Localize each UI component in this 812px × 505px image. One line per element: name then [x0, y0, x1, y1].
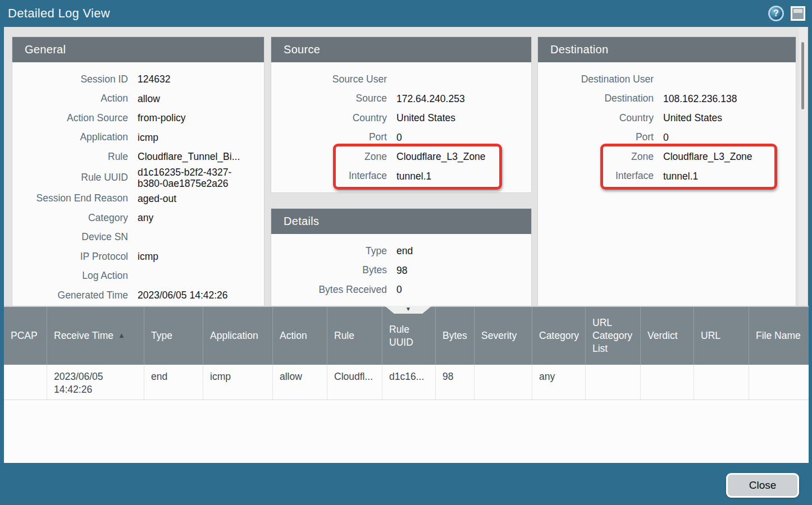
column-header-label: Type: [151, 329, 172, 342]
column-header-label: Receive Time: [54, 329, 113, 342]
field-label: Source: [271, 93, 387, 104]
cell: icmp: [203, 365, 273, 400]
field-label: Bytes Received: [271, 284, 387, 295]
field-value: any: [138, 212, 253, 223]
field-label: Zone: [538, 152, 654, 162]
field-label: Session End Reason: [12, 193, 128, 204]
cell: d1c16...: [382, 365, 436, 400]
vertical-scrollbar-thumb[interactable]: [801, 42, 804, 109]
field-value: tunnel.1: [396, 171, 523, 182]
source-panel: Source Source UserSource172.64.240.253Co…: [271, 37, 531, 192]
field-label: Rule: [12, 152, 128, 162]
field-value: 0: [396, 284, 523, 295]
column-header-label: Category: [539, 329, 579, 342]
column-header-url-category-list[interactable]: URL Category List: [586, 307, 641, 365]
maximize-window-icon[interactable]: [791, 6, 805, 21]
cell: [749, 365, 809, 400]
column-header-label: Application: [210, 329, 258, 342]
column-header-label: File Name: [756, 329, 801, 342]
cell: [586, 365, 641, 400]
field-value: United States: [663, 112, 790, 123]
field-row: RuleCloudflare_Tunnel_Bi...: [12, 147, 264, 167]
field-label: Action: [12, 93, 128, 104]
field-row: Source User: [271, 70, 531, 89]
column-header-severity[interactable]: Severity: [475, 307, 532, 365]
table-row[interactable]: 2023/06/05 14:42:26endicmpallowCloudfl..…: [4, 365, 809, 400]
details-panel-body: TypeendBytes98Bytes Received0: [271, 234, 531, 300]
field-row: Log Action: [12, 267, 264, 286]
column-header-category[interactable]: Category: [532, 307, 586, 365]
column-header-label: Rule: [334, 329, 354, 342]
field-row: Destination User: [538, 70, 796, 89]
field-row: Generated Time2023/06/05 14:42:26: [12, 286, 264, 305]
field-label: Device SN: [12, 232, 128, 242]
column-header-label: Verdict: [647, 329, 678, 342]
field-row: IP Protocolicmp: [12, 247, 264, 267]
column-header-pcap[interactable]: PCAP: [4, 307, 47, 365]
column-header-label: Rule UUID: [389, 323, 430, 349]
cell: [4, 365, 47, 400]
field-row: Categoryany: [12, 208, 264, 228]
column-header-verdict[interactable]: Verdict: [641, 307, 694, 365]
field-row: Applicationicmp: [12, 128, 264, 148]
field-row: Actionallow: [12, 89, 264, 109]
cell: 2023/06/05 14:42:26: [47, 365, 144, 400]
column-header-url[interactable]: URL: [694, 307, 749, 365]
field-value: 0: [396, 132, 523, 143]
column-header-label: PCAP: [11, 329, 38, 342]
details-panel-header: Details: [271, 209, 531, 234]
field-value: tunnel.1: [663, 171, 790, 182]
source-panel-header: Source: [271, 37, 531, 62]
field-label: Port: [271, 132, 387, 143]
field-row: Session End Reasonaged-out: [12, 189, 264, 209]
field-row: Port0: [538, 128, 796, 148]
field-row: Bytes Received0: [271, 280, 531, 300]
column-header-receive-time[interactable]: Receive Time▲: [47, 307, 144, 365]
field-label: Session ID: [12, 74, 128, 85]
field-row: Rule UUIDd1c16235-b2f2-4327-b380-0ae1875…: [12, 167, 264, 189]
field-value: icmp: [138, 251, 253, 262]
column-header-file-name[interactable]: File Name: [749, 307, 809, 365]
field-value: 0: [663, 132, 790, 143]
column-header-application[interactable]: Application: [203, 307, 273, 365]
cell: any: [532, 365, 586, 400]
field-value: icmp: [138, 132, 253, 143]
field-value: 2023/06/05 14:42:26: [138, 290, 253, 301]
column-header-label: Bytes: [443, 329, 467, 342]
column-header-action[interactable]: Action: [273, 307, 327, 365]
vertical-scrollbar-track[interactable]: [799, 27, 807, 306]
field-value: 172.64.240.253: [396, 93, 523, 104]
column-header-type[interactable]: Type: [144, 307, 203, 365]
field-row: ZoneCloudflare_L3_Zone: [538, 147, 796, 167]
column-header-label: Severity: [481, 329, 517, 342]
cell: 98: [436, 365, 475, 400]
log-detail-content: General Session ID124632ActionallowActio…: [4, 27, 808, 306]
column-header-rule-uuid[interactable]: Rule UUID: [382, 307, 436, 365]
dialog-title-bar: Detailed Log View ?: [0, 0, 812, 27]
sort-ascending-icon: ▲: [118, 331, 125, 341]
cell: [694, 365, 749, 400]
log-table-section: ▼ PCAPReceive Time▲TypeApplicationAction…: [4, 306, 809, 463]
destination-panel: Destination Destination UserDestination1…: [538, 37, 796, 306]
column-header-rule[interactable]: Rule: [327, 307, 382, 365]
field-label: Bytes: [271, 265, 387, 276]
field-label: Generated Time: [12, 290, 128, 301]
help-icon[interactable]: ?: [768, 6, 784, 21]
column-header-label: URL Category List: [592, 316, 635, 355]
field-value: Cloudflare_Tunnel_Bi...: [138, 151, 253, 162]
close-button[interactable]: Close: [726, 473, 799, 498]
column-header-label: Action: [280, 329, 307, 342]
general-panel-header: General: [12, 37, 264, 62]
field-row: Destination108.162.236.138: [538, 89, 796, 109]
field-row: Interfacetunnel.1: [271, 167, 531, 186]
field-row: Typeend: [271, 241, 531, 261]
field-label: Source User: [271, 74, 387, 85]
details-panel: Details TypeendBytes98Bytes Received0: [271, 209, 531, 306]
column-header-bytes[interactable]: Bytes: [436, 307, 475, 365]
log-table-body: 2023/06/05 14:42:26endicmpallowCloudfl..…: [4, 365, 809, 400]
field-label: IP Protocol: [12, 251, 128, 262]
source-panel-body: Source UserSource172.64.240.253CountryUn…: [271, 62, 531, 186]
field-value: d1c16235-b2f2-4327-b380-0ae1875e2a26: [138, 167, 253, 189]
field-value: Cloudflare_L3_Zone: [396, 151, 523, 162]
field-label: Rule UUID: [12, 172, 128, 183]
